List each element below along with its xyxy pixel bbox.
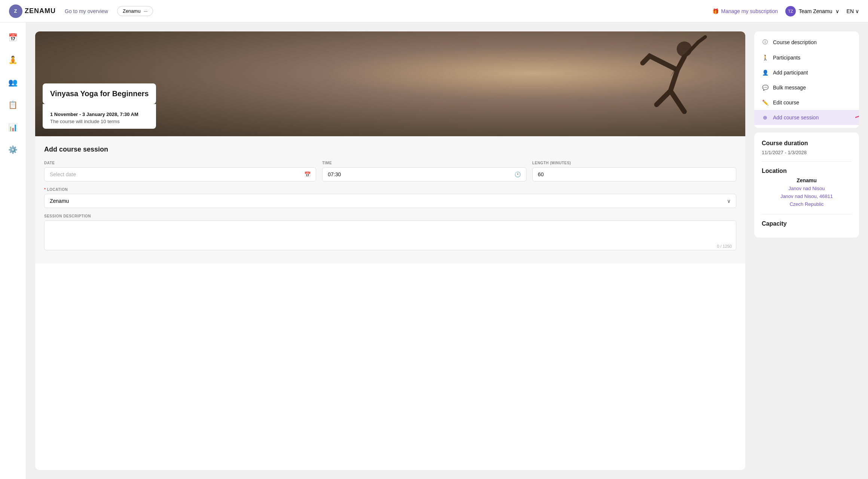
time-group: TIME 07:30 🕐 xyxy=(322,161,526,181)
length-value: 60 xyxy=(538,171,544,177)
description-textarea-container: 0 / 1250 xyxy=(44,220,736,251)
nav-right: 🎁 Manage my subscription TZ Team Zenamu … xyxy=(712,6,859,16)
sidebar: 📅 🧘 👥 📋 📊 ⚙️ xyxy=(0,22,26,479)
length-label: LENGTH (MINUTES) xyxy=(532,161,736,165)
right-menu-card: ⓘ Course description 🚶 Participants 👤 Ad… xyxy=(754,31,859,128)
menu-label-add-session: Add course session xyxy=(773,115,819,120)
sidebar-item-calendar[interactable]: 📅 xyxy=(6,30,21,45)
menu-item-participants[interactable]: 🚶 Participants xyxy=(754,50,859,65)
menu-item-add-session[interactable]: ⊕ Add course session xyxy=(754,110,859,125)
course-dates: 11/1/2027 - 1/3/2028 xyxy=(762,150,852,155)
info-icon: ⓘ xyxy=(762,39,768,46)
location-section-title: Location xyxy=(762,168,852,174)
location-value: Zenamu xyxy=(50,198,69,204)
location-group: LOCATION Zenamu ∨ xyxy=(44,187,736,208)
sidebar-item-chart[interactable]: 📊 xyxy=(6,120,21,135)
gift-icon: 🎁 xyxy=(712,8,719,14)
location-name: Zenamu xyxy=(762,177,852,183)
length-group: LENGTH (MINUTES) 60 xyxy=(532,161,736,181)
menu-label-bulk-message: Bulk message xyxy=(773,85,806,91)
date-label: DATE xyxy=(44,161,316,165)
chevron-down-icon: ∨ xyxy=(727,198,731,204)
add-participant-icon: 👤 xyxy=(762,70,768,76)
edit-icon: ✏️ xyxy=(762,100,768,106)
divider xyxy=(762,161,852,162)
add-session-form: Add course session DATE Select date 📅 TI… xyxy=(35,136,745,263)
sidebar-item-groups[interactable]: 👥 xyxy=(6,75,21,90)
menu-label-edit-course: Edit course xyxy=(773,100,799,106)
course-info-card: Course duration 11/1/2027 - 1/3/2028 Loc… xyxy=(754,132,859,238)
capacity-title: Capacity xyxy=(762,220,852,227)
date-placeholder: Select date xyxy=(50,171,301,177)
workspace-label: Zenamu xyxy=(123,8,141,14)
sidebar-item-yoga[interactable]: 🧘 xyxy=(6,52,21,67)
sidebar-item-clipboard[interactable]: 📋 xyxy=(6,97,21,112)
hero-title-box: Vinyasa Yoga for Beginners xyxy=(43,83,156,104)
team-selector[interactable]: TZ Team Zenamu ∨ xyxy=(785,6,839,16)
course-date-range: 1 November - 3 January 2028, 7:30 AM xyxy=(50,112,149,117)
menu-item-bulk-message[interactable]: 💬 Bulk message xyxy=(754,80,859,95)
form-row-1: DATE Select date 📅 TIME 07:30 🕐 xyxy=(44,161,736,181)
language-selector[interactable]: EN ∨ xyxy=(847,8,859,14)
main-panel: Vinyasa Yoga for Beginners 1 November - … xyxy=(35,31,745,470)
team-avatar: TZ xyxy=(785,6,796,16)
description-label: SESSION DESCRIPTION xyxy=(44,214,736,218)
time-label: TIME xyxy=(322,161,526,165)
menu-item-course-description[interactable]: ⓘ Course description xyxy=(754,34,859,50)
menu-label-add-participant: Add participant xyxy=(773,70,808,76)
overview-link[interactable]: Go to my overview xyxy=(65,8,108,14)
arrow-indicator xyxy=(855,110,859,125)
date-group: DATE Select date 📅 xyxy=(44,161,316,181)
yoga-figure-image xyxy=(618,35,723,132)
chevron-down-icon: ∨ xyxy=(855,8,859,14)
menu-item-edit-course[interactable]: ✏️ Edit course xyxy=(754,95,859,110)
length-input[interactable]: 60 xyxy=(532,167,736,181)
logo-icon: Z xyxy=(9,4,22,18)
time-value: 07:30 xyxy=(328,171,511,177)
form-row-2: LOCATION Zenamu ∨ xyxy=(44,187,736,208)
sidebar-item-settings[interactable]: ⚙️ xyxy=(6,142,21,157)
menu-label-participants: Participants xyxy=(773,55,800,61)
calendar-icon: 📅 xyxy=(304,171,311,177)
menu-label-course-description: Course description xyxy=(773,39,817,45)
description-textarea[interactable] xyxy=(44,220,736,250)
dots-icon: ··· xyxy=(144,8,148,14)
chevron-down-icon: ∨ xyxy=(835,8,839,14)
char-count: 0 / 1250 xyxy=(717,244,732,248)
workspace-pill[interactable]: Zenamu ··· xyxy=(117,6,153,16)
participants-icon: 🚶 xyxy=(762,55,768,61)
hero-overlay: Vinyasa Yoga for Beginners 1 November - … xyxy=(35,76,163,136)
description-group: SESSION DESCRIPTION 0 / 1250 xyxy=(44,214,736,251)
course-subtitle: The course will include 10 terms xyxy=(50,119,149,124)
language-label: EN xyxy=(847,8,854,14)
course-title: Vinyasa Yoga for Beginners xyxy=(50,89,149,98)
location-select[interactable]: Zenamu ∨ xyxy=(44,194,736,208)
duration-title: Course duration xyxy=(762,140,852,147)
team-name: Team Zenamu xyxy=(799,8,832,14)
message-icon: 💬 xyxy=(762,85,768,91)
menu-item-add-participant[interactable]: 👤 Add participant xyxy=(754,65,859,80)
location-city: Janov nad Nisou Janov nad Nisou, 46811 C… xyxy=(762,185,852,208)
location-label: LOCATION xyxy=(44,187,736,192)
content-area: Vinyasa Yoga for Beginners 1 November - … xyxy=(26,22,868,479)
clock-icon: 🕐 xyxy=(514,171,521,177)
right-panel: ⓘ Course description 🚶 Participants 👤 Ad… xyxy=(754,31,859,470)
add-session-icon: ⊕ xyxy=(762,115,768,120)
logo: Z ZENAMU xyxy=(9,4,56,18)
right-menu: ⓘ Course description 🚶 Participants 👤 Ad… xyxy=(754,31,859,128)
form-title: Add course session xyxy=(44,146,736,153)
manage-subscription-label: Manage my subscription xyxy=(721,8,778,14)
divider-2 xyxy=(762,214,852,214)
time-input[interactable]: 07:30 🕐 xyxy=(322,167,526,181)
logo-text: ZENAMU xyxy=(25,7,56,15)
hero-image: Vinyasa Yoga for Beginners 1 November - … xyxy=(35,31,745,136)
manage-subscription-link[interactable]: 🎁 Manage my subscription xyxy=(712,8,778,14)
date-input[interactable]: Select date 📅 xyxy=(44,167,316,181)
top-navigation: Z ZENAMU Go to my overview Zenamu ··· 🎁 … xyxy=(0,0,868,22)
